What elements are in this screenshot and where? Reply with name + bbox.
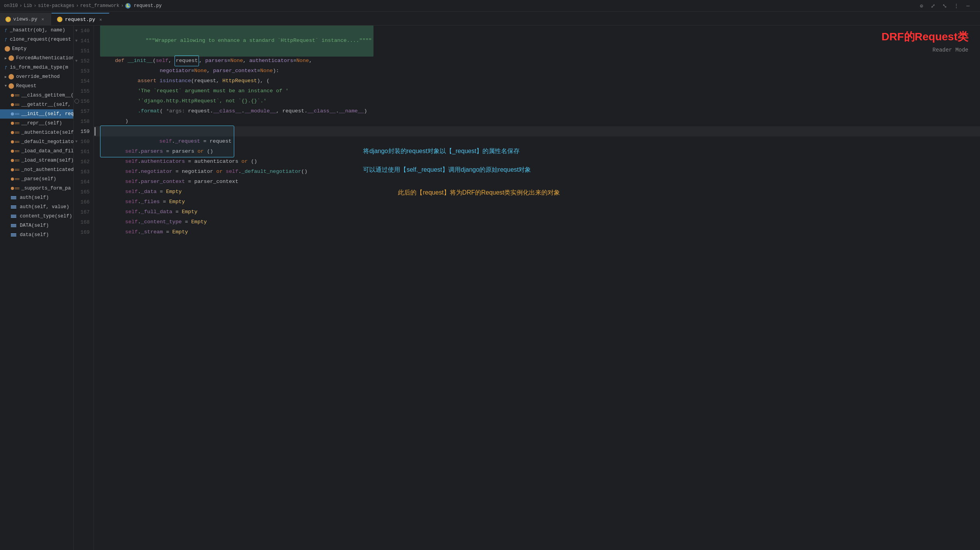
line-num-141: ▼ 141 bbox=[74, 36, 93, 46]
line-num-167: 167 bbox=[74, 207, 93, 217]
code-line-167: self._full_data = Empty bbox=[94, 207, 980, 217]
line-num-159: 159 bbox=[74, 126, 93, 136]
breadcrumb-part: on310 bbox=[4, 3, 18, 9]
breadcrumb-part: Lib bbox=[24, 3, 32, 9]
line-num-168: 168 bbox=[74, 217, 93, 227]
class-icon bbox=[9, 55, 14, 61]
sidebar-item-request[interactable]: ▼ Request bbox=[0, 81, 73, 91]
code-line-155: 'The `request` argument must be an insta… bbox=[94, 86, 980, 96]
func-icon: ƒ bbox=[5, 37, 7, 42]
kw-def: def bbox=[115, 56, 127, 66]
code-content[interactable]: DRF的Request类 Reader Mode class Request: … bbox=[94, 26, 980, 550]
code-line-152: def __init__(self, request, parsers=None… bbox=[94, 56, 980, 66]
code-line-160: self._request = request 将django封装的reques… bbox=[94, 136, 980, 147]
sidebar-item-auth[interactable]: auth(self) bbox=[0, 193, 73, 202]
sidebar-item-override-method[interactable]: ▶ override_method bbox=[0, 72, 73, 81]
tab-bar: 🐍 views.py ✕ 🐍 request.py ✕ bbox=[0, 12, 980, 26]
collapse-icon[interactable]: ⤡ bbox=[940, 2, 949, 10]
fn-init: __init__ bbox=[128, 56, 153, 66]
sidebar-item-content-type[interactable]: content_type(self) bbox=[0, 212, 73, 221]
sidebar-item-hasattr[interactable]: ƒ _hasattr(obj, name) bbox=[0, 26, 73, 35]
method-dot bbox=[11, 178, 14, 181]
breadcrumb-part: rest_framework bbox=[80, 3, 119, 9]
line-num-161: 161 bbox=[74, 147, 93, 157]
views-py-icon: 🐍 bbox=[5, 17, 11, 22]
sidebar-item-class-getitem[interactable]: __class_getitem__(c bbox=[0, 91, 73, 100]
fold-arrow[interactable]: ▼ bbox=[75, 29, 78, 33]
sidebar-label: _supports_form_pa bbox=[21, 186, 71, 191]
code-line-158: ) bbox=[94, 116, 980, 126]
sidebar-label: _authenticate(self) bbox=[21, 130, 73, 135]
method-dot bbox=[11, 94, 14, 97]
target-icon[interactable]: ⊙ bbox=[917, 2, 926, 10]
method-dot bbox=[11, 140, 14, 143]
line-num-160: ▼ 160 bbox=[74, 136, 93, 147]
tab-request[interactable]: 🐍 request.py ✕ bbox=[52, 13, 109, 25]
code-line-166: self._files = Empty bbox=[94, 197, 980, 207]
sidebar-label: DATA(self) bbox=[20, 223, 49, 228]
expand-icon[interactable]: ⤢ bbox=[929, 2, 937, 10]
method-dot bbox=[11, 187, 14, 190]
expand-icon: ▶ bbox=[5, 75, 7, 79]
code-line-157: .format( *args: request.__class__.__modu… bbox=[94, 106, 980, 116]
sidebar-item-load-stream[interactable]: _load_stream(self) bbox=[0, 156, 73, 165]
sidebar-label: _load_data_and_file bbox=[21, 148, 73, 154]
method-dot bbox=[11, 131, 14, 134]
class-icon bbox=[9, 83, 14, 89]
code-line-153: negotiator=None, parser_context=None): bbox=[94, 66, 980, 76]
tab-request-close[interactable]: ✕ bbox=[97, 16, 104, 22]
sidebar-item-init[interactable]: __init__(self, reques bbox=[0, 109, 73, 119]
tab-request-label: request.py bbox=[65, 17, 95, 22]
sidebar-item-empty[interactable]: Empty bbox=[0, 44, 73, 53]
line-num-157: 157 bbox=[74, 106, 93, 116]
sidebar-item-clone-request[interactable]: ƒ clone_request(request bbox=[0, 35, 73, 44]
code-line-141: """Wrapper allowing to enhance a standar… bbox=[94, 36, 980, 46]
line-num-158: 158 bbox=[74, 116, 93, 126]
code-line-164: self.parser_context = parser_context 此后的… bbox=[94, 177, 980, 187]
breadcrumb-part: site-packages bbox=[38, 3, 74, 9]
sidebar-item-data[interactable]: data(self) bbox=[0, 230, 73, 240]
line-num-169: 169 bbox=[74, 227, 93, 237]
line-num-154: 154 bbox=[74, 76, 93, 86]
code-line-156: '`django.http.HttpRequest`, not `{}.{}`.… bbox=[94, 96, 980, 106]
sidebar-item-parse[interactable]: _parse(self) bbox=[0, 174, 73, 184]
code-line-151 bbox=[94, 46, 980, 56]
sidebar-item-getattr[interactable]: __getattr__(self, att bbox=[0, 100, 73, 109]
class-icon bbox=[9, 74, 14, 79]
sidebar-item-DATA[interactable]: DATA(self) bbox=[0, 221, 73, 230]
sidebar-label: _parse(self) bbox=[21, 176, 56, 182]
line-num-166: 166 bbox=[74, 197, 93, 207]
sidebar-item-authenticate[interactable]: _authenticate(self) bbox=[0, 128, 73, 137]
sidebar-item-forced-auth[interactable]: ▶ ForcedAuthentication bbox=[0, 53, 73, 63]
sidebar-item-supports-form[interactable]: _supports_form_pa bbox=[0, 184, 73, 193]
tab-views-label: views.py bbox=[13, 16, 37, 22]
tab-views-close[interactable]: ✕ bbox=[40, 16, 46, 22]
sidebar-item-not-auth[interactable]: _not_authenticated bbox=[0, 165, 73, 174]
cursor bbox=[95, 127, 95, 136]
sidebar-item-load-data[interactable]: _load_data_and_file bbox=[0, 147, 73, 156]
sidebar-label: ForcedAuthentication bbox=[16, 55, 73, 61]
self-kw: self bbox=[156, 56, 168, 66]
line-num-162: 162 bbox=[74, 157, 93, 167]
breadcrumb-current: request.py bbox=[134, 3, 162, 9]
sidebar-label: _default_negotiato bbox=[21, 139, 73, 145]
tab-views[interactable]: 🐍 views.py ✕ bbox=[0, 13, 52, 25]
sidebar-item-is-form-media[interactable]: ƒ is_form_media_type(m bbox=[0, 63, 73, 72]
sidebar-label: _hasattr(obj, name) bbox=[10, 28, 66, 33]
func-icon: ƒ bbox=[5, 28, 7, 33]
line-num-153: 153 bbox=[74, 66, 93, 76]
sidebar-item-repr[interactable]: __repr__(self) bbox=[0, 119, 73, 128]
sidebar-label: is_form_media_type(m bbox=[10, 65, 68, 70]
fold-arrow-141[interactable]: ▼ bbox=[75, 39, 78, 43]
code-line-161: self.parsers = parsers or () bbox=[94, 147, 980, 157]
fold-arrow-152[interactable]: ▼ bbox=[75, 59, 78, 63]
minimize-icon[interactable]: — bbox=[964, 2, 972, 10]
func-icon: ƒ bbox=[5, 65, 7, 70]
sidebar-label: __class_getitem__(c bbox=[21, 93, 73, 98]
more-icon[interactable]: ⋮ bbox=[952, 2, 961, 10]
sidebar-item-default-negotiator[interactable]: _default_negotiato bbox=[0, 137, 73, 147]
collapse-icon: ▼ bbox=[5, 84, 7, 88]
code-line-165: self._data = Empty bbox=[94, 187, 980, 197]
expand-icon: ▶ bbox=[5, 56, 7, 60]
sidebar-item-auth-value[interactable]: auth(self, value) bbox=[0, 202, 73, 212]
